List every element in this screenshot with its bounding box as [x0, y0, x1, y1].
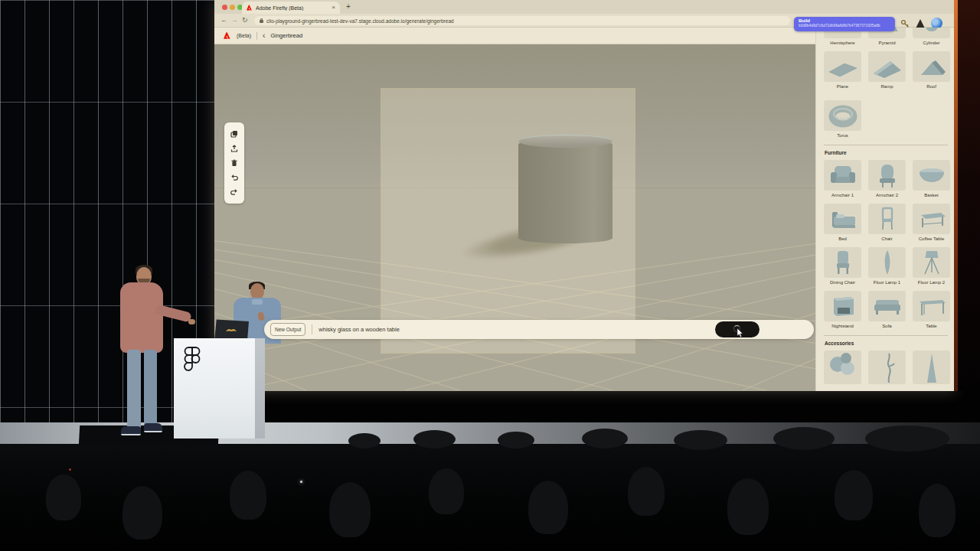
plane-thumbnail — [824, 51, 861, 82]
presenter-1-shoe — [144, 423, 162, 432]
trash-icon[interactable] — [230, 158, 239, 168]
address-bar[interactable]: clio-playground-gingerbread-test-dev-va7… — [254, 16, 790, 25]
asset-tile-cone[interactable] — [913, 350, 950, 384]
scene-viewport[interactable] — [214, 44, 815, 391]
audience-silhouettes — [0, 444, 980, 551]
floor-lamp-2-thumbnail — [913, 247, 950, 278]
asset-tile-balloons[interactable] — [824, 350, 861, 384]
asset-tile-roof[interactable]: Roof — [913, 51, 950, 90]
podium-lectern — [174, 338, 255, 439]
redo-icon[interactable] — [230, 187, 239, 197]
browser-tab[interactable]: Adobe Firefly (Beta) × — [242, 2, 340, 14]
back-chevron-icon[interactable]: ‹ — [263, 32, 265, 40]
section-divider — [824, 335, 948, 336]
asset-tile-coffee-table[interactable]: Coffee Table — [913, 204, 950, 242]
build-tooltip: Build b0d9b4d9d7c6d72db96afb8b7b47367371… — [794, 17, 895, 31]
beta-label: (Beta) — [237, 33, 251, 38]
keynote-stage-photo: Adobe Firefly (Beta) × + ← → ↻ clio-play… — [0, 0, 980, 551]
asset-tile-branch[interactable] — [868, 350, 906, 384]
prompt-bar: New Output whisky glass on a wooden tabl… — [264, 320, 814, 339]
browser-tab-strip: Adobe Firefly (Beta) × + — [214, 0, 956, 14]
presenter-2-head — [250, 283, 264, 299]
asset-tile-plane[interactable]: Plane — [824, 51, 861, 90]
asset-tile-armchair-1[interactable]: Armchair 1 — [824, 160, 861, 198]
new-output-button[interactable]: New Output — [270, 323, 305, 336]
furniture-section-header: Furniture — [825, 150, 948, 155]
red-light-speck — [69, 468, 71, 471]
generate-button[interactable] — [715, 321, 760, 337]
new-tab-button[interactable]: + — [346, 2, 351, 11]
back-button[interactable]: ← — [220, 16, 227, 24]
figma-logo-icon — [183, 346, 201, 373]
asset-tile-armchair-2[interactable]: Armchair 2 — [868, 160, 906, 198]
asset-tile-chair[interactable]: Chair — [868, 204, 906, 242]
traffic-light-close[interactable] — [222, 5, 227, 10]
lectern-side-face — [255, 338, 265, 439]
presenter-2-collar — [252, 299, 263, 305]
url-text: clio-playground-gingerbread-test-dev-va7… — [266, 18, 454, 24]
presenter-1-leg — [127, 350, 141, 429]
presenter-1-leg — [144, 350, 157, 425]
roof-thumbnail — [913, 51, 950, 82]
torus-thumbnail — [824, 100, 861, 131]
sofa-thumbnail — [868, 291, 906, 321]
balloons-thumbnail — [824, 350, 861, 384]
armchair-2-thumbnail — [868, 160, 906, 191]
cone-thumbnail — [913, 350, 950, 384]
asset-tile-bed[interactable]: Bed — [824, 204, 861, 242]
asset-library-panel[interactable]: Hemisphere Pyramid Cylinder Plane — [815, 28, 956, 391]
asset-tile-basket[interactable]: Basket — [913, 160, 950, 198]
undo-icon[interactable] — [230, 173, 239, 182]
table-thumbnail — [913, 291, 950, 321]
tab-close-icon[interactable]: × — [332, 5, 335, 11]
phone-light-speck — [300, 481, 302, 483]
bed-thumbnail — [824, 204, 861, 234]
traffic-light-minimize[interactable] — [230, 5, 235, 10]
branch-thumbnail — [868, 350, 906, 384]
armchair-1-thumbnail — [824, 160, 861, 191]
adobe-favicon-icon — [247, 5, 253, 11]
build-tooltip-hash: b0d9b4d9d7c6d72db96afb8b7b47367371f2f5a6… — [799, 24, 890, 28]
floor-lamp-1-thumbnail — [868, 247, 906, 278]
asset-tile-ramp[interactable]: Ramp — [868, 51, 906, 90]
presenter-1-hoodie — [120, 282, 163, 353]
mouse-cursor — [737, 328, 743, 337]
asset-tile-torus[interactable]: Torus — [824, 100, 861, 139]
adobe-logo-icon — [224, 32, 231, 39]
duplicate-icon[interactable] — [230, 129, 239, 139]
cylinder-top-face — [518, 135, 612, 148]
canvas-tool-rail — [224, 122, 244, 204]
header-divider — [256, 32, 257, 40]
lock-icon — [260, 18, 263, 23]
presenter-1-hand — [188, 319, 195, 324]
prompt-divider — [312, 324, 312, 334]
coffee-table-thumbnail — [913, 204, 950, 234]
export-icon[interactable] — [230, 144, 239, 153]
basket-thumbnail — [913, 160, 950, 191]
asset-tile-nightstand[interactable]: Nightstand — [824, 291, 861, 329]
forward-button[interactable]: → — [231, 16, 238, 24]
ramp-thumbnail — [868, 51, 906, 82]
asset-tile-floor-lamp-2[interactable]: Floor Lamp 2 — [913, 247, 950, 285]
tab-title: Adobe Firefly (Beta) — [256, 5, 328, 11]
asset-tile-table[interactable]: Table — [913, 291, 950, 329]
asset-tile-floor-lamp-1[interactable]: Floor Lamp 1 — [868, 247, 906, 285]
gold-wings-sticker-icon — [225, 327, 237, 334]
dining-chair-thumbnail — [824, 247, 861, 278]
nightstand-thumbnail — [824, 291, 861, 321]
page-title: Gingerbread — [270, 32, 302, 39]
stage-right-darkness — [958, 0, 980, 391]
accessories-section-header: Accessories — [825, 341, 948, 346]
cylinder-thumbnail — [913, 28, 950, 38]
projected-browser-screen: Adobe Firefly (Beta) × + ← → ↻ clio-play… — [214, 0, 956, 391]
asset-tile-cylinder[interactable]: Cylinder — [913, 28, 950, 46]
reload-button[interactable]: ↻ — [242, 16, 248, 24]
presenter-1-shoe — [121, 426, 141, 435]
chair-thumbnail — [868, 204, 906, 234]
section-divider — [824, 145, 948, 145]
build-tooltip-title: Build — [799, 18, 890, 24]
cylinder-object[interactable] — [518, 139, 612, 243]
asset-tile-sofa[interactable]: Sofa — [868, 291, 906, 329]
firefly-app-header: (Beta) ‹ Gingerbread — [214, 28, 815, 44]
asset-tile-dining-chair[interactable]: Dining Chair — [824, 247, 861, 285]
